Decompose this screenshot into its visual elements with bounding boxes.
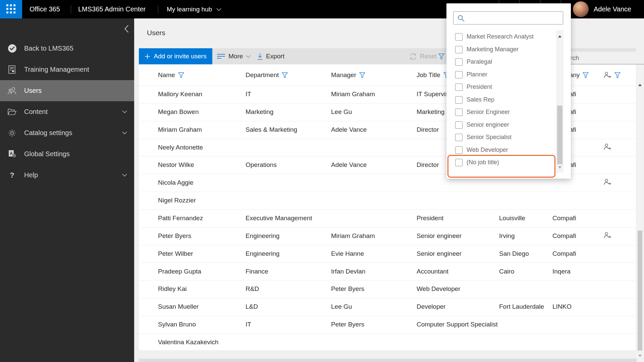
help-icon: ? xyxy=(7,171,17,180)
funnel-icon[interactable] xyxy=(178,72,184,78)
cell-city: Cairo xyxy=(499,263,514,280)
horizontal-scrollbar[interactable] xyxy=(139,359,637,362)
table-row[interactable]: Patti FernandezExecutive ManagementPresi… xyxy=(139,209,636,228)
dropdown-search-input[interactable] xyxy=(468,12,562,24)
cell-department: Finance xyxy=(246,263,268,280)
filter-option-checkbox[interactable] xyxy=(455,146,463,154)
filter-option[interactable]: Sales Rep xyxy=(446,94,556,106)
table-row[interactable]: Valentina Kazakevich xyxy=(139,334,636,352)
filter-option[interactable]: Web Developer xyxy=(446,144,556,157)
filter-option[interactable]: President xyxy=(446,81,556,94)
sidebar-item-content[interactable]: Content xyxy=(0,101,134,122)
export-button[interactable]: Export xyxy=(257,48,284,64)
column-header-account-type[interactable] xyxy=(604,64,621,85)
table-row[interactable]: Nigel Rozzier xyxy=(139,192,636,210)
filter-option[interactable]: Senior Specialist xyxy=(446,131,556,144)
dropdown-scrollbar[interactable] xyxy=(556,30,564,173)
cell-name: Megan Bowen xyxy=(158,103,199,121)
table-row[interactable]: Sylvan BrunoITPeter ByersComputer Suppor… xyxy=(139,316,636,334)
table-row[interactable]: Peter ByersEngineeringMiriam GrahamSenio… xyxy=(139,227,636,245)
sidebar-item-global-settings[interactable]: A Global Settings xyxy=(0,143,134,165)
divider xyxy=(71,5,71,14)
table-row[interactable]: Pradeep GuptaFinanceIrfan DevlanAccounta… xyxy=(139,263,636,281)
scroll-up-arrow[interactable] xyxy=(638,84,642,86)
filter-option-checkbox[interactable] xyxy=(455,134,463,141)
scroll-down-arrow[interactable] xyxy=(558,166,561,169)
funnel-icon[interactable] xyxy=(582,72,589,78)
cell-name: Pradeep Gupta xyxy=(158,263,201,280)
column-header-department[interactable]: Department xyxy=(246,64,288,85)
cell-city: Louisville xyxy=(499,209,525,227)
funnel-icon[interactable] xyxy=(281,72,288,78)
cell-name: Ridley Kai xyxy=(158,280,187,298)
sidebar-item-back-to-lms365[interactable]: Back to LMS365 xyxy=(0,38,134,59)
add-or-invite-users-button[interactable]: Add or invite users xyxy=(139,48,212,64)
filter-option-checkbox[interactable] xyxy=(455,71,463,78)
refresh-icon xyxy=(409,53,417,60)
sidebar-item-catalog-settings[interactable]: Catalog settings xyxy=(0,122,134,143)
person-export-icon xyxy=(604,72,611,78)
filter-option-label: (No job title) xyxy=(467,159,499,166)
column-header-name[interactable]: Name xyxy=(158,64,184,85)
filter-button[interactable] xyxy=(438,48,445,64)
more-button[interactable]: More xyxy=(217,48,251,64)
filter-option[interactable]: Senior engineer xyxy=(446,119,556,131)
cell-job_title: Senior engineer xyxy=(417,245,462,262)
scroll-down-arrow[interactable] xyxy=(638,355,642,357)
filter-option-checkbox[interactable] xyxy=(455,33,463,41)
sidebar-item-label: Users xyxy=(24,80,42,101)
funnel-icon[interactable] xyxy=(359,72,366,78)
cell-job_title: Developer xyxy=(417,298,446,315)
funnel-icon[interactable] xyxy=(614,72,621,78)
filter-option-checkbox[interactable] xyxy=(455,121,463,129)
user-name[interactable]: Adele Vance xyxy=(594,0,631,18)
cell-job_title: Web Developer xyxy=(417,280,461,298)
cell-job_title: Director xyxy=(417,156,439,174)
filter-option-checkbox[interactable] xyxy=(455,46,463,53)
column-header-manager[interactable]: Manager xyxy=(331,64,366,85)
column-header-job-title[interactable]: Job Title xyxy=(417,64,450,85)
filter-option[interactable]: Senior Engineer xyxy=(446,106,556,119)
filter-option[interactable]: Planner xyxy=(446,68,556,81)
sidebar-item-users[interactable]: Users xyxy=(0,80,134,101)
cell-city: Fort Lauderdale xyxy=(499,298,544,315)
table-row[interactable]: Susan MuellerL&DLee GuDeveloperFort Laud… xyxy=(139,298,636,316)
filter-option-checkbox[interactable] xyxy=(455,96,463,104)
vertical-scrollbar[interactable] xyxy=(637,64,643,362)
table-row[interactable]: Peter WilberEngineeringEvie HanneSenior … xyxy=(139,245,636,263)
cell-job_title: Accountant xyxy=(417,263,448,280)
table-row[interactable]: Ridley KaiR&DPeter ByersWeb Developer xyxy=(139,280,636,298)
topbar-learning-hub-link[interactable]: My learning hub xyxy=(167,0,212,18)
sidebar-collapse-button[interactable] xyxy=(123,24,130,34)
filter-option[interactable]: (No job title) xyxy=(446,156,556,169)
sidebar-item-help[interactable]: ? Help xyxy=(0,165,134,186)
divider xyxy=(158,5,158,14)
filter-option[interactable]: Market Research Analyst xyxy=(446,31,556,43)
filter-option-checkbox[interactable] xyxy=(455,109,463,116)
filter-option[interactable]: Paralegal xyxy=(446,56,556,68)
cell-manager: Lee Gu xyxy=(331,103,352,121)
person-export-icon xyxy=(604,232,611,238)
reset-button[interactable]: Reset xyxy=(409,48,437,64)
user-avatar[interactable] xyxy=(573,1,589,17)
scrollbar-thumb[interactable] xyxy=(638,231,642,351)
cell-department: R&D xyxy=(246,280,259,298)
topbar-admin-center-link[interactable]: LMS365 Admin Center xyxy=(78,0,146,18)
topbar-office365-link[interactable]: Office 365 xyxy=(30,0,60,18)
sidebar-item-training-management[interactable]: Training Management xyxy=(0,59,134,80)
app-launcher-button[interactable] xyxy=(0,0,22,18)
cell-manager: Miriam Graham xyxy=(331,85,375,103)
cell-department: Sales & Marketing xyxy=(246,121,297,138)
filter-option-checkbox[interactable] xyxy=(455,83,463,91)
filter-option-checkbox[interactable] xyxy=(455,58,463,66)
chevron-down-icon[interactable] xyxy=(216,8,221,11)
filter-option-label: Sales Rep xyxy=(467,96,494,103)
scroll-up-arrow[interactable] xyxy=(558,35,561,38)
cell-name: Susan Mueller xyxy=(158,298,199,315)
cell-name: Nigel Rozzier xyxy=(158,192,196,209)
filter-option-checkbox[interactable] xyxy=(455,159,463,166)
sidebar-item-label: Training Management xyxy=(24,59,89,80)
cell-job_title: Director xyxy=(417,121,439,138)
filter-option[interactable]: Marketing Manager xyxy=(446,43,556,56)
scrollbar-thumb[interactable] xyxy=(557,106,562,164)
